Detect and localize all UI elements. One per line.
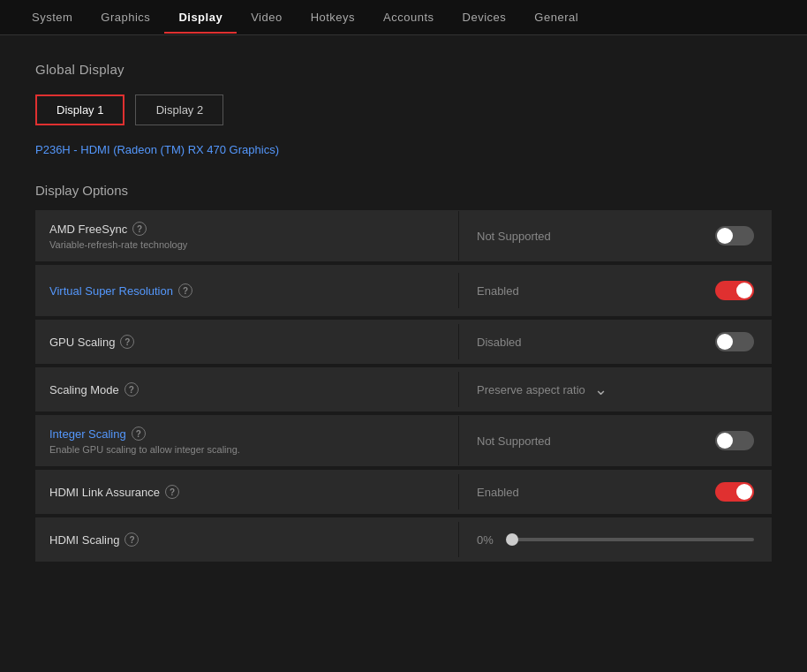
option-left-hdmi-link: HDMI Link Assurance ? — [35, 474, 459, 510]
integer-scaling-label: Integer Scaling — [49, 427, 126, 441]
integer-scaling-help-icon[interactable]: ? — [132, 427, 146, 441]
nav-item-graphics[interactable]: Graphics — [87, 2, 164, 33]
vsr-toggle[interactable] — [715, 281, 754, 300]
gpu-scaling-value: Disabled — [477, 336, 522, 349]
option-name-hdmi-scaling: HDMI Scaling ? — [49, 532, 444, 547]
main-content: Global Display Display 1 Display 2 P236H… — [0, 35, 807, 592]
option-name-vsr: Virtual Super Resolution ? — [49, 283, 444, 298]
nav-item-display[interactable]: Display — [164, 2, 237, 33]
hdmi-link-value: Enabled — [477, 486, 519, 499]
scaling-mode-label: Scaling Mode — [49, 383, 119, 396]
nav-bar: System Graphics Display Video Hotkeys Ac… — [0, 0, 807, 35]
monitor-label: P236H - HDMI (Radeon (TM) RX 470 Graphic… — [35, 143, 772, 156]
option-right-hdmi-scaling: 0% — [459, 533, 772, 547]
freesync-help-icon[interactable]: ? — [132, 222, 147, 236]
global-display-title: Global Display — [35, 62, 772, 77]
scaling-mode-help-icon[interactable]: ? — [124, 382, 139, 396]
hdmi-scaling-value: 0% — [477, 533, 503, 547]
integer-scaling-toggle[interactable] — [715, 431, 754, 450]
nav-item-accounts[interactable]: Accounts — [369, 2, 448, 33]
option-right-integer-scaling: Not Supported — [459, 431, 772, 450]
option-row-hdmi-link: HDMI Link Assurance ? Enabled — [35, 470, 772, 514]
option-row-hdmi-scaling: HDMI Scaling ? 0% — [35, 517, 772, 562]
nav-item-general[interactable]: General — [520, 2, 592, 33]
option-left-scaling-mode: Scaling Mode ? — [35, 372, 459, 407]
option-name-freesync: AMD FreeSync ? — [49, 222, 444, 236]
hdmi-scaling-label: HDMI Scaling — [49, 533, 119, 547]
option-name-scaling-mode: Scaling Mode ? — [49, 382, 444, 396]
nav-item-video[interactable]: Video — [237, 2, 297, 33]
hdmi-scaling-help-icon[interactable]: ? — [124, 532, 139, 547]
hdmi-link-help-icon[interactable]: ? — [165, 485, 179, 499]
freesync-label: AMD FreeSync — [49, 223, 127, 236]
scaling-mode-dropdown[interactable]: Preserve aspect ratio ⌄ — [477, 381, 607, 397]
option-left-integer-scaling: Integer Scaling ? Enable GPU scaling to … — [35, 416, 459, 465]
nav-item-hotkeys[interactable]: Hotkeys — [297, 2, 369, 33]
display-tab-1[interactable]: Display 1 — [35, 94, 124, 125]
option-left-vsr: Virtual Super Resolution ? — [35, 273, 459, 308]
option-right-gpu-scaling: Disabled — [459, 332, 772, 351]
gpu-scaling-label: GPU Scaling — [49, 336, 115, 349]
scaling-mode-chevron-icon: ⌄ — [594, 381, 607, 397]
integer-scaling-value: Not Supported — [477, 434, 551, 448]
option-name-hdmi-link: HDMI Link Assurance ? — [49, 485, 444, 499]
nav-item-system[interactable]: System — [18, 2, 87, 33]
option-row-freesync: AMD FreeSync ? Variable-refresh-rate tec… — [35, 210, 772, 261]
scaling-mode-value: Preserve aspect ratio — [477, 383, 585, 396]
gpu-scaling-help-icon[interactable]: ? — [120, 335, 134, 349]
option-right-vsr: Enabled — [459, 281, 772, 300]
vsr-help-icon[interactable]: ? — [178, 283, 192, 298]
option-left-hdmi-scaling: HDMI Scaling ? — [35, 522, 459, 557]
hdmi-scaling-thumb[interactable] — [506, 533, 518, 546]
hdmi-link-toggle[interactable] — [715, 482, 754, 502]
option-row-integer-scaling: Integer Scaling ? Enable GPU scaling to … — [35, 415, 772, 466]
display-options-title: Display Options — [35, 183, 772, 198]
freesync-value: Not Supported — [477, 230, 551, 243]
option-right-freesync: Not Supported — [459, 226, 772, 245]
option-name-gpu-scaling: GPU Scaling ? — [49, 335, 444, 349]
option-name-integer-scaling: Integer Scaling ? — [49, 427, 444, 441]
option-left-gpu-scaling: GPU Scaling ? — [35, 324, 459, 359]
vsr-value: Enabled — [477, 284, 519, 298]
vsr-label: Virtual Super Resolution — [49, 284, 173, 298]
nav-item-devices[interactable]: Devices — [449, 2, 521, 33]
option-right-scaling-mode[interactable]: Preserve aspect ratio ⌄ — [459, 381, 772, 397]
integer-scaling-desc: Enable GPU scaling to allow integer scal… — [49, 444, 444, 455]
option-left-freesync: AMD FreeSync ? Variable-refresh-rate tec… — [35, 211, 459, 260]
option-row-scaling-mode: Scaling Mode ? Preserve aspect ratio ⌄ — [35, 367, 772, 412]
hdmi-scaling-track[interactable] — [512, 538, 754, 541]
option-row-vsr: Virtual Super Resolution ? Enabled — [35, 265, 772, 316]
hdmi-link-label: HDMI Link Assurance — [49, 486, 160, 499]
option-right-hdmi-link: Enabled — [459, 482, 772, 502]
gpu-scaling-toggle[interactable] — [715, 332, 754, 351]
display-tab-2[interactable]: Display 2 — [135, 94, 223, 125]
freesync-desc: Variable-refresh-rate technology — [49, 239, 444, 250]
display-tabs: Display 1 Display 2 — [35, 94, 772, 125]
hdmi-scaling-slider-container: 0% — [477, 533, 754, 547]
option-row-gpu-scaling: GPU Scaling ? Disabled — [35, 320, 772, 364]
freesync-toggle[interactable] — [715, 226, 754, 245]
